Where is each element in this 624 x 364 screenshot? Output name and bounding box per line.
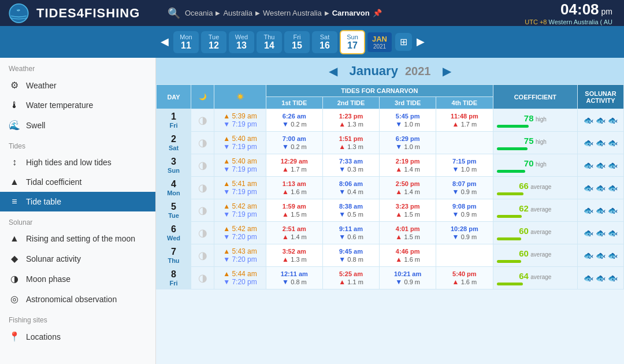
sidebar-icon: ◆ [9, 253, 20, 264]
fish-icon: 🐟 🐟 🐟 [584, 183, 618, 192]
prev-day-btn[interactable]: ◀ [156, 26, 173, 58]
tide-cell: 7:00 am ▼ 0.2 m [266, 132, 323, 154]
sunrise: ▲ 5:44 am [218, 270, 262, 278]
tide-cell [436, 132, 493, 154]
coeff-cell: 62 average [493, 199, 577, 222]
moon-cell: ◑ [191, 199, 214, 222]
sunset: ▼ 7:20 pm [218, 255, 262, 263]
coeff-cell: 64 average [493, 267, 577, 289]
sidebar-section-solunar: Solunar [0, 211, 155, 229]
bread-oceania[interactable]: Oceania [185, 9, 213, 17]
calendar-btn[interactable]: ⊞ [395, 33, 412, 51]
sidebar-label: Moon phase [26, 274, 70, 284]
sidebar-section-weather: Weather [0, 58, 155, 75]
coeff-cell: 70 high [493, 154, 577, 177]
bread-arrow-2: ▶ [255, 10, 260, 16]
tide-cell: 12:29 am ▲ 1.7 m [266, 154, 323, 177]
tide-cell: 9:08 pm ▼ 0.9 m [436, 199, 493, 222]
next-day-btn[interactable]: ▶ [412, 26, 429, 58]
sidebar-item-solunar-activity[interactable]: ◆ Solunar activity [0, 248, 155, 269]
sunrise: ▲ 5:43 am [218, 247, 262, 255]
timezone-label: UTC +8 Western Australia ( AU [525, 18, 612, 25]
sidebar-fishing-items: 📍 Locations [0, 326, 155, 347]
tide-cell: 12:11 am ▼ 0.8 m [266, 267, 323, 289]
tide-cell: 7:15 pm ▼ 1.0 m [436, 154, 493, 177]
sidebar: Weather ⚙ Weather 🌡 Water temperature 🌊 … [0, 58, 156, 364]
sidebar-label: Astronomical observation [26, 295, 117, 304]
tide-tbody: 1 Fri ◑ ▲ 5:39 am ▼ 7:19 pm 6:26 am ▼ 0.… [157, 109, 624, 289]
next-month-btn[interactable]: ▶ [443, 64, 451, 78]
sun-cell: ▲ 5:43 am ▼ 7:20 pm [214, 244, 266, 267]
day-tab-mon[interactable]: Mon11 [173, 31, 199, 53]
search-icon[interactable]: 🔍 [168, 7, 180, 20]
fish-icon: 🐟 🐟 🐟 [584, 138, 618, 147]
solunar-cell: 🐟 🐟 🐟 [578, 199, 624, 222]
month-nav-title: January 2021 [349, 64, 430, 79]
moon-cell: ◑ [191, 132, 214, 154]
bread-western-australia[interactable]: Western Australia [263, 9, 322, 17]
tide-cell: 7:33 am ▼ 0.3 m [322, 154, 380, 177]
sunset: ▼ 7:19 pm [218, 210, 262, 218]
col-coefficient: COEFFICIENT [493, 85, 577, 109]
sidebar-label: Tide table [26, 197, 61, 206]
location-pin-icon: 📌 [373, 9, 382, 17]
sidebar-tides-items: ↕ High tides and low tides ▲ Tidal coeff… [0, 153, 155, 211]
col-4tide: 4th TIDE [436, 97, 493, 109]
day-tab-fri[interactable]: Fri15 [284, 31, 310, 53]
coeff-cell: 75 high [493, 132, 577, 154]
tide-cell: 1:23 pm ▲ 1.3 m [322, 109, 380, 132]
day-cell: 8 Fri [157, 267, 191, 289]
col-moon: 🌙 [191, 85, 214, 109]
sidebar-item-water-temperature[interactable]: 🌡 Water temperature [0, 95, 155, 115]
day-tab-sun[interactable]: Sun17 [340, 30, 365, 54]
sidebar-item-tidal-coefficient[interactable]: ▲ Tidal coefficient [0, 172, 155, 192]
tide-cell: 4:46 pm ▲ 1.6 m [380, 244, 436, 267]
prev-month-btn[interactable]: ◀ [329, 64, 337, 78]
solunar-cell: 🐟 🐟 🐟 [578, 177, 624, 199]
sun-cell: ▲ 5:40 am ▼ 7:19 pm [214, 154, 266, 177]
table-row: 2 Sat ◑ ▲ 5:40 am ▼ 7:19 pm 7:00 am ▼ 0.… [157, 132, 624, 154]
moon-cell: ◑ [191, 177, 214, 199]
sun-cell: ▲ 5:42 am ▼ 7:20 pm [214, 222, 266, 244]
tide-cell: 9:11 am ▼ 0.6 m [322, 222, 380, 244]
bread-arrow-1: ▶ [216, 10, 220, 16]
sidebar-icon: ⚙ [9, 80, 20, 91]
breadcrumb: Oceania ▶ Australia ▶ Western Australia … [185, 9, 382, 17]
day-tab-sat[interactable]: Sat16 [312, 31, 337, 53]
sidebar-item-swell[interactable]: 🌊 Swell [0, 115, 155, 135]
sun-cell: ▲ 5:41 am ▼ 7:19 pm [214, 177, 266, 199]
sidebar-item-astronomical-observation[interactable]: ◎ Astronomical observation [0, 289, 155, 309]
bread-australia[interactable]: Australia [223, 9, 252, 17]
sidebar-item-high-tides-and-low-tides[interactable]: ↕ High tides and low tides [0, 153, 155, 172]
sidebar-item-weather[interactable]: ⚙ Weather [0, 75, 155, 95]
fish-icon: 🐟 🐟 🐟 [584, 116, 618, 125]
solunar-cell: 🐟 🐟 🐟 [578, 109, 624, 132]
day-cell: 5 Tue [157, 199, 191, 222]
day-tab-wed[interactable]: Wed13 [229, 31, 254, 53]
month-label: JAN 2021 [367, 32, 392, 52]
day-tab-tue[interactable]: Tue12 [201, 31, 226, 53]
sidebar-item-locations[interactable]: 📍 Locations [0, 326, 155, 347]
moon-cell: ◑ [191, 222, 214, 244]
tide-cell: 5:40 pm ▲ 1.6 m [436, 267, 493, 289]
sun-cell: ▲ 5:40 am ▼ 7:19 pm [214, 132, 266, 154]
fish-icon: 🐟 🐟 🐟 [584, 161, 618, 170]
sidebar-item-tide-table[interactable]: ≡ Tide table [0, 192, 155, 211]
svg-text:🐟: 🐟 [16, 7, 21, 12]
sunrise: ▲ 5:39 am [218, 112, 262, 120]
tide-cell: 8:38 am ▼ 0.5 m [322, 199, 380, 222]
sidebar-item-rising-and-setting-of-the-moon[interactable]: ▲ Rising and setting of the moon [0, 229, 155, 248]
coeff-cell: 66 average [493, 177, 577, 199]
tide-cell: 6:29 pm ▼ 1.0 m [380, 132, 436, 154]
fish-icon: 🐟 🐟 🐟 [584, 251, 618, 260]
sidebar-item-moon-phase[interactable]: ◑ Moon phase [0, 269, 155, 289]
sidebar-label: Tidal coefficient [26, 177, 82, 187]
table-row: 8 Fri ◑ ▲ 5:44 am ▼ 7:20 pm 12:11 am ▼ 0… [157, 267, 624, 289]
sunrise: ▲ 5:40 am [218, 135, 262, 143]
time-area: 04:08 pm UTC +8 Western Australia ( AU [525, 1, 618, 25]
main-content: Weather ⚙ Weather 🌡 Water temperature 🌊 … [0, 58, 624, 364]
day-tab-thu[interactable]: Thu14 [257, 31, 282, 53]
table-row: 3 Sun ◑ ▲ 5:40 am ▼ 7:19 pm 12:29 am ▲ 1… [157, 154, 624, 177]
tide-table: DAY 🌙 ☀️ TIDES FOR CARNARVON COEFFICIENT… [156, 84, 624, 289]
tide-cell: 2:50 pm ▲ 1.4 m [380, 177, 436, 199]
